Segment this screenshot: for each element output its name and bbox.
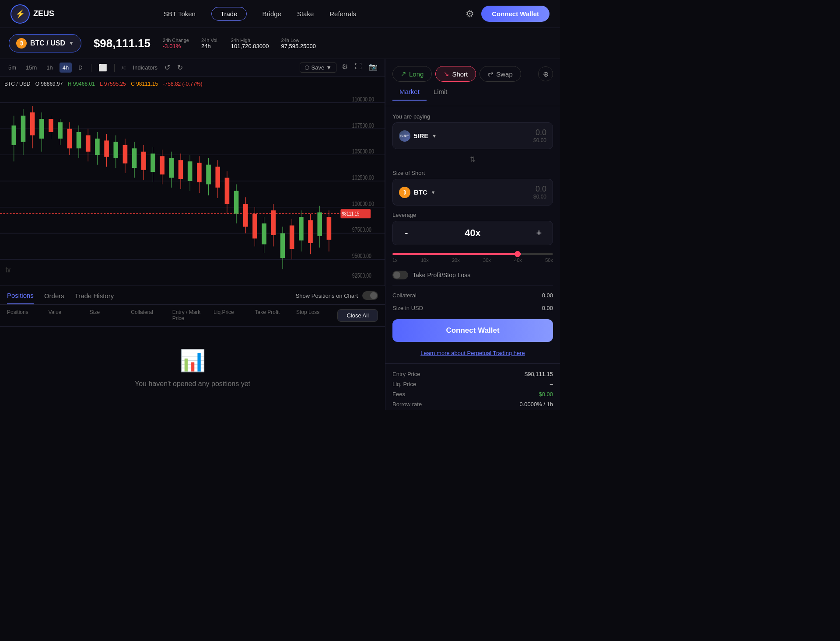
nav-bridge[interactable]: Bridge — [262, 10, 281, 17]
empty-text: You haven't opened any positions yet — [135, 380, 250, 388]
slider-label-50x: 50x — [545, 258, 553, 263]
close-all-button[interactable]: Close All — [337, 309, 378, 322]
candle-type-icon[interactable]: ⬜ — [97, 63, 109, 72]
leverage-minus-button[interactable]: - — [400, 226, 413, 240]
chart-section: 5m 15m 1h 4h D ⬜ ⟈ Indicators ↺ ↻ ⬡ Save… — [0, 59, 385, 286]
svg-rect-61 — [206, 165, 211, 185]
leverage-label: Leverage — [392, 212, 553, 218]
svg-rect-87 — [327, 217, 332, 240]
leverage-field: Leverage - 40x + — [392, 212, 553, 245]
tf-d[interactable]: D — [75, 63, 85, 73]
svg-rect-85 — [317, 213, 322, 236]
collateral-row: Collateral 0.00 — [392, 292, 553, 299]
size-token-name: BTC — [414, 188, 427, 196]
svg-rect-27 — [49, 119, 53, 132]
ohlc-change: -758.82 (-0.77%) — [163, 81, 203, 87]
short-button[interactable]: ↘ Short — [435, 66, 476, 82]
nav-stake[interactable]: Stake — [297, 10, 314, 17]
size-token-selector[interactable]: ₿ BTC ▼ — [399, 187, 436, 198]
pair-selector[interactable]: ₿ BTC / USD ▼ — [9, 34, 81, 52]
swap-arrow-icon[interactable]: ⇅ — [392, 155, 553, 164]
tf-4h[interactable]: 4h — [60, 63, 72, 73]
navigation: ⚡ ZEUS SBT Token Trade Bridge Stake Refe… — [0, 0, 560, 28]
stat-24h-vol: 24h Vol. 24h — [201, 38, 219, 49]
svg-rect-51 — [160, 156, 164, 174]
slider-label-1x: 1x — [392, 258, 398, 263]
settings-chart-icon[interactable]: ⚙ — [340, 63, 350, 73]
size-amount: 0.0 $0.00 — [533, 185, 546, 200]
show-chart-toggle-row: Show Positions on Chart — [296, 291, 378, 304]
size-usd-value: 0.00 — [542, 305, 553, 311]
collateral-label: Collateral — [392, 292, 416, 299]
connect-wallet-button[interactable]: Connect Wallet — [481, 6, 550, 22]
limit-order-button[interactable]: Limit — [427, 85, 455, 101]
connect-wallet-main-button[interactable]: Connect Wallet — [392, 319, 553, 342]
chart-and-bottom: 5m 15m 1h 4h D ⬜ ⟈ Indicators ↺ ↻ ⬡ Save… — [0, 59, 385, 410]
fees-label: Fees — [392, 391, 405, 397]
panel-divider — [392, 286, 553, 286]
indicators-icon[interactable]: ⟈ — [120, 64, 128, 72]
borrow-row: Borrow rate 0.0000% / 1h — [392, 401, 553, 408]
ohlc-pair: BTC / USD — [4, 81, 30, 87]
chart-canvas: BTC / USD O 98869.97 H 99468.01 L 97595.… — [0, 77, 385, 286]
entry-price-row: Entry Price $98,111.15 — [392, 371, 553, 377]
stat-24h-change: 24h Change -3.01% — [163, 38, 189, 49]
paying-field: You are paying 5IRE 5IRE ▼ 0.0 $0.00 — [392, 113, 553, 149]
toolbar-divider-2 — [114, 64, 115, 72]
liq-price-label: Liq. Price — [392, 381, 416, 387]
nav-trade[interactable]: Trade — [211, 7, 247, 21]
swap-icon: ⇄ — [488, 70, 494, 78]
tab-positions[interactable]: Positions — [7, 292, 34, 304]
tab-trade-history[interactable]: Trade History — [75, 292, 114, 304]
show-chart-label: Show Positions on Chart — [296, 293, 358, 299]
slider-label-40x: 40x — [514, 258, 522, 263]
svg-rect-49 — [150, 153, 155, 172]
svg-rect-65 — [225, 178, 230, 204]
ohlc-close: C 98111.15 — [131, 81, 158, 87]
learn-more-link[interactable]: Learn more about Perpetual Trading here — [392, 350, 553, 356]
svg-rect-73 — [262, 223, 266, 244]
leverage-row: - 40x + — [392, 221, 553, 245]
tf-1h[interactable]: 1h — [43, 63, 56, 73]
panel-settings-icon[interactable]: ⊕ — [538, 66, 553, 81]
order-type-row: Market Limit — [385, 85, 560, 106]
nav-right: ⚙ Connect Wallet — [466, 6, 550, 22]
leverage-plus-button[interactable]: + — [532, 226, 546, 240]
settings-icon[interactable]: ⚙ — [466, 8, 474, 20]
svg-rect-29 — [58, 122, 63, 139]
nav-links: SBT Token Trade Bridge Stake Referrals — [164, 7, 356, 21]
market-order-button[interactable]: Market — [392, 85, 427, 101]
swap-button[interactable]: ⇄ Swap — [480, 66, 521, 82]
show-chart-toggle[interactable] — [362, 291, 378, 300]
indicators-label[interactable]: Indicators — [131, 64, 159, 71]
svg-rect-63 — [215, 167, 220, 188]
panel-body: You are paying 5IRE 5IRE ▼ 0.0 $0.00 ⇅ — [385, 106, 560, 363]
svg-rect-55 — [178, 160, 183, 179]
undo-icon[interactable]: ↺ — [163, 63, 172, 72]
save-button[interactable]: ⬡ Save ▼ — [300, 63, 336, 73]
main-layout: 5m 15m 1h 4h D ⬜ ⟈ Indicators ↺ ↻ ⬡ Save… — [0, 59, 560, 410]
chevron-down-icon: ▼ — [69, 40, 74, 46]
fullscreen-icon[interactable]: ⛶ — [353, 63, 364, 73]
leverage-value: 40x — [465, 227, 481, 239]
nav-sbt-token[interactable]: SBT Token — [164, 10, 196, 17]
col-value: Value — [48, 309, 89, 322]
redo-icon[interactable]: ↻ — [175, 63, 185, 72]
nav-referrals[interactable]: Referrals — [329, 10, 356, 17]
svg-rect-69 — [243, 204, 248, 226]
camera-icon[interactable]: 📷 — [367, 63, 379, 73]
slider-labels: 1x 10x 20x 30x 40x 50x — [392, 258, 553, 263]
tf-5m[interactable]: 5m — [5, 63, 19, 73]
tp-toggle[interactable] — [392, 271, 408, 279]
size-usd: $0.00 — [533, 194, 546, 200]
tab-orders[interactable]: Orders — [44, 292, 64, 304]
positions-tabs-row: Positions Orders Trade History Show Posi… — [0, 286, 385, 305]
leverage-slider[interactable] — [392, 253, 553, 255]
tf-15m[interactable]: 15m — [23, 63, 40, 73]
paying-token-selector[interactable]: 5IRE 5IRE ▼ — [399, 130, 437, 142]
collateral-value: 0.00 — [542, 292, 553, 299]
long-button[interactable]: ↗ Long — [392, 66, 432, 82]
logo-icon: ⚡ — [10, 4, 30, 24]
svg-rect-41 — [113, 142, 118, 158]
slider-label-10x: 10x — [421, 258, 429, 263]
